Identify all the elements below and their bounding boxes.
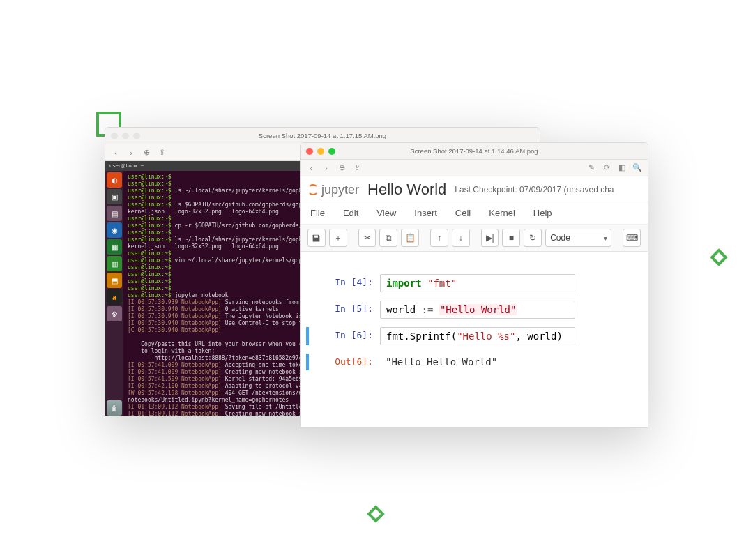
jupyter-logo[interactable]: jupyter [307, 183, 359, 197]
window-controls [301, 148, 335, 155]
checkpoint-text: Last Checkpoint: 07/09/2017 (unsaved cha [455, 185, 614, 195]
preview-toolbar: ‹ › ⊕ ⇪ ✎ ⟳ ◧ 🔍 [301, 160, 648, 176]
cell-type-value: Code [550, 233, 570, 243]
launcher-firefox-icon[interactable]: ◉ [107, 222, 122, 238]
forward-icon[interactable]: › [321, 163, 331, 173]
notebook-title[interactable]: Hello World [367, 181, 446, 199]
cell-output: "Hello Hello World" [380, 354, 503, 370]
zoom-icon[interactable]: ⊕ [337, 163, 347, 173]
launcher-amazon-icon[interactable]: a [107, 289, 122, 305]
launcher-files-icon[interactable]: ▤ [107, 206, 122, 221]
launcher-terminal-icon[interactable]: ▣ [107, 189, 122, 204]
jupyter-toolbar: ＋ ✂ ⧉ 📋 ↑ ↓ ▶| ■ ↻ Code ⌨ [301, 225, 648, 252]
cut-button[interactable]: ✂ [358, 229, 376, 247]
menu-cell[interactable]: Cell [455, 208, 471, 218]
cell-prompt: Out[6]: [310, 354, 380, 370]
zoom-icon[interactable] [133, 133, 140, 139]
zoom-icon[interactable]: ⊕ [142, 148, 151, 158]
window-title: Screen Shot 2017-09-14 at 1.17.15 AM.png [105, 132, 540, 139]
jupyter-brand-text: jupyter [321, 183, 359, 197]
decor-diamond [367, 505, 384, 522]
cell-prompt: In [4]: [310, 274, 380, 290]
copy-button[interactable]: ⧉ [379, 229, 397, 247]
paste-button[interactable]: 📋 [401, 229, 419, 247]
move-down-button[interactable]: ↓ [452, 229, 470, 247]
restart-button[interactable]: ↻ [524, 229, 542, 247]
menu-insert[interactable]: Insert [414, 208, 437, 218]
cell-type-select[interactable]: Code [545, 229, 611, 247]
share-icon[interactable]: ⇪ [352, 163, 362, 173]
share-icon[interactable]: ⇪ [157, 148, 167, 158]
cell-prompt: In [6]: [310, 327, 380, 343]
forward-icon[interactable]: › [126, 148, 136, 158]
launcher-libreoffice-icon[interactable]: ▦ [107, 239, 122, 255]
back-icon[interactable]: ‹ [306, 163, 316, 173]
launcher-calc-icon[interactable]: ▥ [107, 256, 122, 271]
menu-view[interactable]: View [376, 208, 396, 218]
cell-input[interactable]: fmt.Sprintf("Hello %s", world) [380, 327, 575, 345]
cell-prompt: In [5]: [310, 301, 380, 317]
move-up-button[interactable]: ↑ [430, 229, 448, 247]
notebook-area: In [4]:import "fmt"In [5]:world := "Hell… [301, 252, 648, 384]
zoom-icon[interactable] [328, 148, 335, 155]
screenshot-stage: Screen Shot 2017-09-14 at 1.17.15 AM.png… [105, 127, 650, 427]
stop-button[interactable]: ■ [502, 229, 520, 247]
rotate-icon[interactable]: ⟳ [602, 163, 611, 173]
edit-icon[interactable]: ✎ [586, 163, 596, 173]
command-palette-button[interactable]: ⌨ [623, 229, 641, 247]
add-cell-button[interactable]: ＋ [329, 229, 347, 247]
run-button[interactable]: ▶| [481, 229, 499, 247]
menu-edit[interactable]: Edit [343, 208, 358, 218]
back-icon[interactable]: ‹ [111, 148, 121, 158]
launcher-trash-icon[interactable]: 🗑 [107, 400, 122, 416]
markup-icon[interactable]: ◧ [617, 163, 627, 173]
menu-kernel[interactable]: Kernel [489, 208, 515, 218]
menu-file[interactable]: File [310, 208, 325, 218]
menu-help[interactable]: Help [533, 208, 552, 218]
decor-diamond [710, 248, 727, 266]
search-icon[interactable]: 🔍 [632, 163, 642, 173]
unity-launcher: ◐ ▣ ▤ ◉ ▦ ▥ ⬒ a ⚙ 🗑 [105, 171, 123, 416]
launcher-settings-icon[interactable]: ⚙ [107, 306, 122, 321]
launcher-software-icon[interactable]: ⬒ [107, 273, 122, 288]
window-controls [105, 133, 140, 139]
window-title: Screen Shot 2017-09-14 at 1.14.46 AM.png [301, 147, 648, 155]
save-button[interactable] [307, 229, 326, 247]
preview-window-jupyter: Screen Shot 2017-09-14 at 1.14.46 AM.png… [300, 142, 648, 428]
close-icon[interactable] [306, 148, 313, 155]
jupyter-header: jupyter Hello World Last Checkpoint: 07/… [301, 176, 648, 202]
close-icon[interactable] [111, 133, 118, 139]
jupyter-menubar: FileEditViewInsertCellKernelHelp [301, 202, 648, 225]
cell-input[interactable]: import "fmt" [380, 274, 575, 292]
minimize-icon[interactable] [317, 148, 324, 155]
cell-input[interactable]: world := "Hello World" [380, 301, 575, 319]
jupyter-logo-icon [307, 184, 319, 195]
minimize-icon[interactable] [122, 133, 129, 139]
titlebar: Screen Shot 2017-09-14 at 1.14.46 AM.png [301, 143, 648, 160]
launcher-dash-icon[interactable]: ◐ [107, 172, 122, 188]
